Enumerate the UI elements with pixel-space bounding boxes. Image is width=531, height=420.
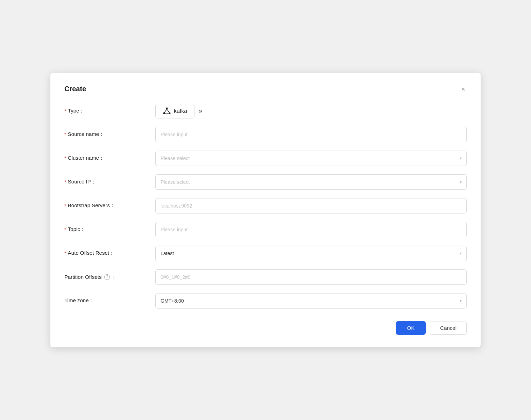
topic-input[interactable] [155,222,467,237]
partition-offsets-control [155,269,467,285]
svg-line-4 [167,109,169,113]
topic-label-text: Topic： [68,226,85,233]
topic-label: * Topic： [64,226,155,233]
cluster-name-label: * Cluster name： [64,155,155,161]
type-label: * Type： [64,108,155,114]
auto-offset-reset-select[interactable]: Latest Earliest None [155,246,467,261]
bootstrap-servers-label: * Bootstrap Servers： [64,202,155,209]
cluster-name-select-wrapper: Please select ▾ [155,151,467,166]
dialog-title: Create [64,85,86,93]
type-row: * Type： kafka [64,104,467,118]
ok-button[interactable]: OK [396,321,426,335]
auto-offset-reset-label: * Auto Offset Reset： [64,250,155,256]
source-ip-select-wrapper: Please select ▾ [155,174,467,190]
kafka-badge[interactable]: kafka [155,104,194,118]
cluster-name-row: * Cluster name： Please select ▾ [64,151,467,166]
auto-offset-reset-control: Latest Earliest None ▾ [155,246,467,261]
time-zone-label: Time zone： [64,297,155,304]
bootstrap-servers-row: * Bootstrap Servers： [64,198,467,213]
source-ip-required-star: * [64,179,66,185]
source-ip-select[interactable]: Please select [155,174,467,190]
cluster-name-control: Please select ▾ [155,151,467,166]
partition-offsets-label-text: Partition Offsets [64,274,101,280]
partition-offsets-row: Partition Offsets ? ： [64,269,467,285]
kafka-icon [163,107,171,115]
chevron-double-icon: » [199,107,202,115]
source-name-required-star: * [64,131,66,137]
svg-point-2 [169,112,171,114]
kafka-label: kafka [174,108,187,114]
topic-control [155,222,467,237]
bootstrap-servers-required-star: * [64,203,66,209]
auto-offset-reset-label-text: Auto Offset Reset： [68,250,114,256]
dialog-footer: OK Cancel [64,317,467,335]
source-name-label-text: Source name： [68,131,104,138]
auto-offset-reset-row: * Auto Offset Reset： Latest Earliest Non… [64,246,467,261]
cluster-name-label-text: Cluster name： [68,155,104,161]
time-zone-select[interactable]: GMT+8:00 GMT+0:00 GMT-5:00 [155,293,467,309]
partition-offsets-help-icon[interactable]: ? [104,274,110,280]
auto-offset-reset-required-star: * [64,250,66,256]
bootstrap-servers-input[interactable] [155,198,467,213]
auto-offset-reset-select-wrapper: Latest Earliest None ▾ [155,246,467,261]
type-control: kafka » [155,104,467,118]
cluster-name-required-star: * [64,155,66,161]
partition-offsets-input[interactable] [155,269,467,285]
bootstrap-servers-label-text: Bootstrap Servers： [68,202,115,209]
cancel-button[interactable]: Cancel [430,321,467,335]
time-zone-select-wrapper: GMT+8:00 GMT+0:00 GMT-5:00 ▾ [155,293,467,309]
time-zone-label-text: Time zone： [64,297,94,304]
close-button[interactable]: × [460,84,467,94]
source-ip-row: * Source IP： Please select ▾ [64,174,467,190]
partition-offsets-colon: ： [111,274,116,280]
source-ip-label: * Source IP： [64,179,155,185]
topic-row: * Topic： [64,222,467,237]
partition-offsets-label: Partition Offsets ? ： [64,274,155,280]
source-name-control [155,127,467,142]
bootstrap-servers-control [155,198,467,213]
type-label-text: Type： [68,108,85,114]
time-zone-row: Time zone： GMT+8:00 GMT+0:00 GMT-5:00 ▾ [64,293,467,309]
cluster-name-select[interactable]: Please select [155,151,467,166]
type-required-star: * [64,108,66,114]
svg-point-0 [166,107,168,109]
source-name-input[interactable] [155,127,467,142]
svg-point-1 [163,112,165,114]
source-name-label: * Source name： [64,131,155,138]
source-ip-label-text: Source IP： [68,179,96,185]
source-ip-control: Please select ▾ [155,174,467,190]
topic-required-star: * [64,226,66,232]
create-dialog: Create × * Type： [50,73,481,347]
source-name-row: * Source name： [64,127,467,142]
dialog-header: Create × [64,84,467,94]
svg-line-3 [164,109,167,113]
time-zone-control: GMT+8:00 GMT+0:00 GMT-5:00 ▾ [155,293,467,309]
type-row-content: kafka » [155,104,467,118]
